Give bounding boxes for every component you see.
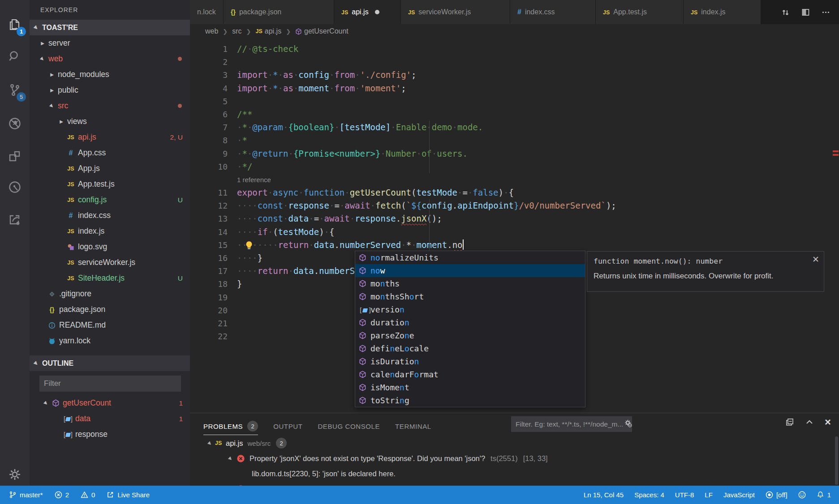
suggest-item-defineLocale[interactable]: defineLocale xyxy=(355,342,585,355)
compare-changes-button[interactable] xyxy=(781,8,790,17)
tree-item-.gitignore[interactable]: .gitignore xyxy=(30,286,190,302)
status-item-utf-8[interactable]: UTF-8 xyxy=(675,491,694,499)
breadcrumb-item-web[interactable]: web xyxy=(205,27,218,35)
outline-item-response[interactable]: []response xyxy=(30,427,190,442)
tree-item-App.css[interactable]: #App.css xyxy=(30,145,190,161)
suggest-item-isDuration[interactable]: isDuration xyxy=(355,355,585,368)
tree-item-serviceWorker.js[interactable]: JSserviceWorker.js xyxy=(30,255,190,270)
problem-error-row[interactable]: ▶Property 'no' does not exist on type 't… xyxy=(190,481,839,486)
tree-item-App.test.js[interactable]: JSApp.test.js xyxy=(30,176,190,192)
problem-file-row[interactable]: ▶JSapi.jsweb/src2 xyxy=(190,436,839,451)
panel-tab-DEBUG CONSOLE[interactable]: DEBUG CONSOLE xyxy=(318,415,380,430)
tab-index.css[interactable]: #index.css xyxy=(510,0,595,24)
panel-scrollbar[interactable] xyxy=(835,436,838,485)
suggest-item-normalizeUnits[interactable]: normalizeUnits xyxy=(355,251,585,264)
project-section-header[interactable]: ▶ TOAST'RE xyxy=(30,20,190,35)
code-line-1[interactable]: 1//·@ts-check xyxy=(190,43,839,56)
activity-item-extensions[interactable] xyxy=(0,144,30,169)
suggest-item-monthsShort[interactable]: monthsShort xyxy=(355,290,585,303)
tab-n.lock[interactable]: n.lock xyxy=(190,0,223,24)
more-actions-button[interactable] xyxy=(822,8,830,17)
codelens-references[interactable]: 1 reference xyxy=(190,173,839,186)
code-line-9[interactable]: 9·*·@return·{Promise<number>}·Number·of·… xyxy=(190,147,839,160)
panel-tab-OUTPUT[interactable]: OUTPUT xyxy=(273,415,302,430)
activity-item-share[interactable] xyxy=(0,207,30,232)
code-line-3[interactable]: 3import·*·as·config·from·'./config'; xyxy=(190,68,839,81)
suggest-item-duration[interactable]: duration xyxy=(355,316,585,329)
code-line-6[interactable]: 6/** xyxy=(190,108,839,121)
problems-filter-input[interactable] xyxy=(511,420,624,428)
status-item-smiley[interactable] xyxy=(798,491,806,499)
status-item-lf[interactable]: LF xyxy=(705,491,713,499)
code-line-15[interactable]: 15········return·data.numberServed·*·mom… xyxy=(190,239,839,252)
status-item-0[interactable]: 0 xyxy=(81,491,95,499)
lightbulb-icon[interactable] xyxy=(244,240,254,252)
activity-item-explorer[interactable]: 1 xyxy=(0,12,30,37)
code-line-2[interactable]: 2 xyxy=(190,56,839,68)
close-icon[interactable]: × xyxy=(825,418,831,427)
code-line-5[interactable]: 5 xyxy=(190,95,839,108)
status-item-2[interactable]: 2 xyxy=(55,491,69,499)
suggest-item-version[interactable]: []version xyxy=(355,303,585,316)
code-line-14[interactable]: 14····if·(testMode)·{ xyxy=(190,226,839,239)
activity-item-debug[interactable] xyxy=(0,111,30,136)
outline-item-getUserCount[interactable]: ▶getUserCount1 xyxy=(30,395,190,411)
tab-api.js[interactable]: JSapi.js xyxy=(334,0,400,24)
close-icon[interactable]: ✕ xyxy=(812,254,819,265)
activity-item-live-share[interactable] xyxy=(0,175,30,200)
tree-item-api.js[interactable]: JSapi.js2, U xyxy=(30,129,190,145)
tab-index.js[interactable]: JSindex.js xyxy=(684,0,761,24)
code-line-10[interactable]: 10·*/ xyxy=(190,160,839,173)
code-line-13[interactable]: 13····const·data·=·await·response.jsonX(… xyxy=(190,212,839,225)
code-line-11[interactable]: 11export·async·function·getUserCount(tes… xyxy=(190,186,839,199)
tab-App.test.js[interactable]: JSApp.test.js xyxy=(596,0,683,24)
suggest-item-now[interactable]: now xyxy=(355,264,585,277)
tab-package.json[interactable]: {}package.json xyxy=(224,0,334,24)
status-item-master-[interactable]: master* xyxy=(9,491,43,499)
breadcrumb-item-src[interactable]: src xyxy=(232,27,241,35)
problem-error-row[interactable]: ▶Property 'jsonX' does not exist on type… xyxy=(190,451,839,466)
tree-item-logo.svg[interactable]: logo.svg xyxy=(30,239,190,255)
tree-item-node_modules[interactable]: ▶node_modules xyxy=(30,67,190,82)
suggest-item-months[interactable]: months xyxy=(355,277,585,290)
suggest-item-calendarFormat[interactable]: calendarFormat xyxy=(355,368,585,381)
code-line-4[interactable]: 4import·*·as·moment·from·'moment'; xyxy=(190,82,839,95)
breadcrumb-item-getUserCount[interactable]: getUserCount xyxy=(295,27,349,35)
tab-serviceWorker.js[interactable]: JSserviceWorker.js xyxy=(401,0,510,24)
tree-item-web[interactable]: ▶web xyxy=(30,51,190,67)
activity-item-source-control[interactable]: 5 xyxy=(0,77,30,103)
code-line-12[interactable]: 12····const·response·=·await·fetch(`${co… xyxy=(190,199,839,212)
outline-item-data[interactable]: []data1 xyxy=(30,411,190,427)
breadcrumb-item-api.js[interactable]: JSapi.js xyxy=(256,27,282,35)
tree-item-index.js[interactable]: JSindex.js xyxy=(30,223,190,239)
split-editor-button[interactable] xyxy=(801,8,810,17)
status-item--off-[interactable]: [off] xyxy=(766,491,787,499)
code-line-8[interactable]: 8·* xyxy=(190,134,839,147)
maximize-panel-button[interactable] xyxy=(805,418,814,427)
manage-gear-button[interactable] xyxy=(0,462,30,487)
activity-item-search[interactable] xyxy=(0,44,30,69)
tree-item-config.js[interactable]: JSconfig.jsU xyxy=(30,192,190,208)
filter-gear-icon[interactable] xyxy=(624,419,632,429)
tree-item-index.css[interactable]: #index.css xyxy=(30,208,190,223)
tree-item-views[interactable]: ▶views xyxy=(30,114,190,129)
panel-tab-TERMINAL[interactable]: TERMINAL xyxy=(395,415,431,430)
suggest-item-toString[interactable]: toString xyxy=(355,394,585,407)
status-item-live-share[interactable]: Live Share xyxy=(107,491,150,499)
dirty-dot-icon[interactable] xyxy=(375,10,379,14)
outline-filter-input[interactable] xyxy=(39,376,181,392)
suggest-item-parseZone[interactable]: parseZone xyxy=(355,329,585,342)
suggest-item-isMoment[interactable]: isMoment xyxy=(355,381,585,394)
tree-item-package.json[interactable]: {}package.json xyxy=(30,302,190,317)
status-item-ln-15-col-45[interactable]: Ln 15, Col 45 xyxy=(584,491,624,499)
tree-item-App.js[interactable]: JSApp.js xyxy=(30,161,190,176)
tree-item-yarn.lock[interactable]: yarn.lock xyxy=(30,333,190,349)
code-line-7[interactable]: 7·*·@param·{boolean}·[testMode]·Enable·d… xyxy=(190,121,839,134)
status-item-spaces-4[interactable]: Spaces: 4 xyxy=(634,491,664,499)
close-panel-button[interactable]: × xyxy=(825,418,831,427)
collapse-all-button[interactable] xyxy=(785,418,794,427)
outline-section-header[interactable]: ▶ OUTLINE xyxy=(30,355,190,371)
tree-item-public[interactable]: ▶public xyxy=(30,82,190,98)
panel-tab-PROBLEMS[interactable]: PROBLEMS2 xyxy=(203,413,258,431)
tree-item-SiteHeader.js[interactable]: JSSiteHeader.jsU xyxy=(30,270,190,286)
